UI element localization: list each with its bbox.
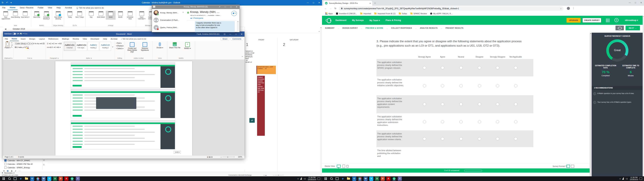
word-tab-insert[interactable]: Insert	[19, 37, 27, 41]
taskbar-icon-outlook[interactable]: O	[30, 177, 34, 181]
radio-neutral[interactable]	[460, 120, 463, 124]
tray-expand-icon[interactable]: ∧	[619, 178, 621, 180]
bookmark-my-eopf-faulk-k[interactable]: My eOPF: FAULK, K...	[430, 12, 452, 14]
minimize-icon[interactable]: —	[222, 5, 228, 9]
taskbar-icon-task-view[interactable]	[335, 177, 339, 181]
step-summary[interactable]: SUMMARY	[325, 27, 334, 29]
calendar-event-federal-innovation-summit[interactable]: Federal Innovation Summit 1100 New York …	[257, 76, 265, 136]
taskbar-icon-acrobat[interactable]: A	[386, 177, 390, 181]
strikethrough-icon[interactable]: ab	[20, 46, 22, 48]
outlook-tab-file[interactable]: File	[0, 6, 8, 10]
outlook-button-day[interactable]: Day	[86, 11, 96, 20]
highlight-icon[interactable]: ✎	[26, 46, 27, 48]
taskbar-icon-surveymonkey[interactable]	[392, 177, 396, 181]
skype-contact-conversation-3-parti[interactable]: ☻☻Conversation (3 Parti...	[152, 16, 185, 24]
action-center-icon[interactable]	[318, 178, 320, 180]
reminders-label[interactable]: Reminders: 3	[4, 172, 14, 174]
new-tab-icon[interactable]: +	[374, 2, 376, 4]
zoom-level[interactable]: 100%	[238, 156, 242, 158]
select-button[interactable]: ↖Select ▾	[116, 47, 124, 50]
bookmark-sofas[interactable]: Sofas	[399, 12, 407, 14]
word-tab-acrobat[interactable]: Acrobat	[109, 37, 119, 41]
taskbar-icon-search[interactable]	[8, 177, 12, 181]
minimize-icon[interactable]: —	[627, 0, 632, 6]
skype-titlebar[interactable]: Knosp, Wendy (NIH/OD) [E] ↗—□✕	[152, 5, 240, 9]
shrink-font-icon[interactable]: A˅	[35, 42, 37, 44]
calendar-event-sparc[interactable]: SPARC/NO Dem L 1037 Confere… -10	[256, 66, 276, 74]
radio-strongly-disagree[interactable]	[496, 137, 499, 140]
network-icon[interactable]: ▟	[300, 178, 302, 180]
shading-icon[interactable]: ⛁ ▾	[54, 46, 58, 48]
step-preview-score[interactable]: PREVIEW & SCORE	[366, 27, 383, 29]
checkbox-icon[interactable]	[4, 163, 6, 165]
outlook-tab-view[interactable]: View	[46, 6, 54, 10]
taskbar-icon-start[interactable]	[2, 177, 6, 181]
sm-nav-plans-pricing[interactable]: Plans & Pricing	[386, 19, 401, 22]
sm-nav-my-surveys[interactable]: My Surveys	[352, 19, 364, 22]
word-tab-file[interactable]: File	[3, 37, 10, 41]
taskbar-icon-chrome[interactable]	[36, 177, 40, 181]
outlook-button-next-7-days[interactable]: Next 7 Days	[75, 11, 84, 18]
taskbar-icon-teams[interactable]: T	[398, 177, 402, 181]
word-tab-developer[interactable]: Developer	[89, 37, 101, 41]
webex-button[interactable]: +WebEx ▾	[181, 42, 194, 49]
outlook-button-new-appointment[interactable]: New Appointment	[1, 11, 10, 20]
radio-agree[interactable]	[441, 84, 444, 88]
font-color-icon[interactable]: A	[27, 46, 28, 48]
ribbon-options-icon[interactable]: ⊡	[222, 32, 228, 37]
borders-icon[interactable]: ⊞ ▾	[58, 46, 60, 48]
radio-strongly-disagree[interactable]	[496, 66, 499, 70]
url-text[interactable]: surveymonkey.com/create/preview/?sm=Vk_2…	[344, 7, 459, 10]
superscript-icon[interactable]: x²	[23, 46, 25, 48]
style-card-no-spac[interactable]: AaBbCcDc¶ No Spac...	[76, 42, 87, 51]
style-card-normal[interactable]: AaBbCcDc¶ Normal	[64, 42, 75, 51]
tablet-view-icon[interactable]	[342, 164, 345, 168]
close-icon[interactable]: ✕	[316, 0, 322, 6]
create-surv ey-button[interactable]: CREATE SURVEY	[582, 18, 601, 22]
radio-strongly-agree[interactable]	[423, 84, 426, 88]
word-tab-layout[interactable]: Layout	[37, 37, 46, 41]
taskbar-icon-outlook[interactable]: O	[352, 177, 356, 181]
profile-avatar[interactable]	[567, 7, 570, 10]
scroll-up-icon[interactable]: ▲	[318, 30, 320, 32]
pilcrow-icon[interactable]: ¶	[61, 42, 62, 44]
outlook-tab-send-receive[interactable]: Send / Receive	[18, 6, 36, 10]
taskbar-icon-teams[interactable]: T	[76, 177, 80, 181]
radio-strongly-disagree[interactable]	[496, 120, 499, 124]
style-card-heading-2[interactable]: AaBbCcDHeading 2	[100, 42, 111, 51]
radio-strongly-agree[interactable]	[423, 120, 426, 124]
word-tab-home[interactable]: Home	[10, 37, 19, 41]
maximize-icon[interactable]: □	[233, 32, 239, 37]
reminders-bar[interactable]: ⚑ Reminders: 3	[0, 172, 322, 174]
numbering-icon[interactable]: ☱ ▾	[50, 42, 53, 45]
radio-not-applicable[interactable]	[514, 84, 518, 88]
word-tell-me-box[interactable]: ⌕ Tell me what you want to do	[119, 38, 148, 40]
outlook-tab-folder[interactable]: Folder	[36, 6, 46, 10]
outlook-button-month[interactable]: Month	[116, 11, 125, 20]
word-titlebar[interactable]: AutoSaveOff↶ ↻ ▾ Document2 - Word Faulk,…	[3, 32, 244, 37]
recommendation-1[interactable]: iA Matrix question in your survey has a …	[593, 92, 641, 95]
text-effects-icon[interactable]: A	[25, 46, 26, 48]
add-participant-icon[interactable]: ☻+	[232, 11, 237, 16]
style-card-heading-1[interactable]: AaBbC(Heading 1	[88, 42, 99, 51]
zoom-slider[interactable]: — ────●──── +	[220, 156, 234, 158]
calendar-date-1[interactable]: 1	[246, 42, 248, 47]
network-icon[interactable]: ▟	[622, 178, 624, 180]
page-indicator[interactable]: Page 1 of 1	[5, 156, 13, 158]
find-button[interactable]: ⌕Find ▾	[116, 42, 124, 44]
tell-me-box[interactable]: Tell me what you want to do	[74, 7, 104, 9]
reload-icon[interactable]: ↻	[334, 7, 336, 10]
back-icon[interactable]: ←	[324, 7, 327, 10]
taskbar-clock[interactable]: 12:38 PM10/28/2019	[630, 177, 638, 181]
taskbar-icon-skype[interactable]: S	[369, 177, 373, 181]
radio-neutral[interactable]	[460, 66, 463, 70]
change-case-icon[interactable]: Aa ▾	[37, 42, 41, 45]
radio-neutral[interactable]	[460, 84, 463, 88]
maximize-icon[interactable]: □	[632, 0, 638, 6]
bookmark-star-icon[interactable]: ☆	[560, 6, 562, 11]
word-tab-references[interactable]: References	[46, 37, 60, 41]
chevron-left-icon[interactable]: ◀	[5, 28, 6, 30]
taskbar-icon-word[interactable]: W	[364, 177, 368, 181]
grow-font-icon[interactable]: A^	[33, 42, 35, 44]
menu-kebab-icon[interactable]: ⋮	[572, 7, 574, 10]
